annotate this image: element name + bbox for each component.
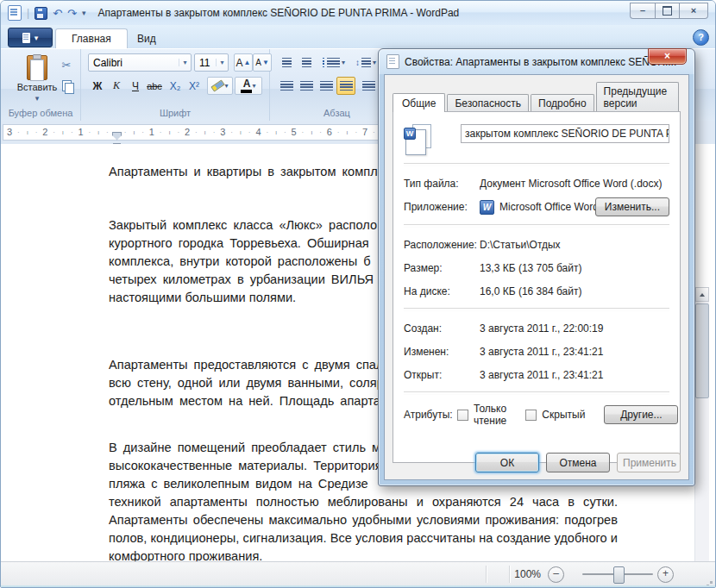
paragraph-extra-button[interactable] (359, 77, 378, 95)
window-title: Апартаменты в закрытом комплекс SEÑORIO … (92, 7, 630, 19)
ruler-tick: · (298, 125, 307, 140)
undo-button[interactable]: ↶ (53, 8, 62, 19)
hidden-checkbox[interactable] (525, 410, 537, 421)
cancel-button[interactable]: Отмена (546, 453, 610, 472)
align-left-button[interactable] (277, 77, 296, 95)
italic-button[interactable]: К (107, 77, 126, 95)
attributes-row: Атрибуты: Только чтение Скрытый Другие..… (404, 403, 669, 427)
justify-icon (340, 81, 353, 91)
hidden-label: Скрытый (542, 409, 585, 421)
save-button[interactable] (35, 7, 47, 20)
paragraph-extra-icon (362, 81, 375, 91)
ruler-tick: · (32, 125, 41, 140)
shrink-font-arrow: ▼ (262, 59, 269, 66)
strikethrough-button[interactable]: abc (145, 77, 164, 95)
dialog-document-icon (386, 54, 399, 69)
ok-button[interactable]: ОК (475, 453, 539, 472)
line-spacing-button[interactable]: ↕ ▾ (351, 53, 380, 72)
ruler-number: 1 (148, 125, 156, 140)
redo-button[interactable]: ↷ (67, 8, 77, 19)
property-label: Изменен: (404, 346, 480, 358)
font-family-combobox[interactable]: Calibri ▾ (88, 53, 192, 72)
property-value: 3 августа 2011 г., 23:41:21 (480, 346, 669, 358)
dialog-tabs: ОбщиеБезопасностьПодробноПредыдущие верс… (385, 75, 688, 111)
dialog-tab-подробно[interactable]: Подробно (531, 94, 594, 111)
property-text: Microsoft Office Word (499, 201, 595, 213)
bullets-icon (327, 58, 340, 67)
paste-label: Вставить (17, 82, 58, 92)
zoom-slider-thumb[interactable] (613, 566, 625, 584)
tab-home[interactable]: Главная (55, 28, 128, 50)
scrollbar-thumb[interactable] (695, 303, 709, 398)
customize-qat-dropdown[interactable]: ▾ (82, 9, 86, 17)
highlight-button[interactable]: ▾ (207, 77, 233, 95)
font-size-combobox[interactable]: 11 ▾ (194, 53, 229, 72)
resize-grip[interactable] (710, 581, 713, 584)
bold-button[interactable]: Ж (88, 77, 107, 95)
text-line: полов, кондиционеры, сигнализация. Все у… (109, 529, 618, 547)
property-value: D:\Статьи\Отдых (480, 239, 669, 251)
help-icon[interactable]: ? (693, 29, 709, 46)
dialog-close-button[interactable]: × (648, 48, 687, 65)
ruler-tick: · (67, 125, 76, 140)
ruler-tick: · (192, 125, 200, 140)
copy-button[interactable] (55, 75, 78, 96)
vertical-scrollbar[interactable] (694, 287, 709, 588)
ruler-tick: · (369, 125, 378, 140)
dialog-tab-безопасность[interactable]: Безопасность (447, 94, 529, 111)
text-line: Апартаменты обеспечены максимально удобн… (109, 511, 618, 529)
shrink-font-button[interactable]: A▼ (253, 53, 272, 72)
ruler-tick: · (138, 125, 147, 140)
window-controls: – × (630, 3, 708, 19)
paste-button[interactable]: Вставить ▾ (13, 53, 61, 108)
font-group: Calibri ▾ 11 ▾ A▲ A▼ Ж К Ч abc X₂ X² ▾ (81, 49, 270, 121)
paste-icon (27, 55, 47, 80)
zoom-out-button[interactable]: – (548, 566, 564, 583)
decrease-indent-button[interactable] (277, 53, 296, 72)
tab-view[interactable]: Вид (122, 29, 172, 48)
ruler-tick: ı (165, 125, 173, 140)
dialog-title: Свойства: Апартаменты в закрытом комплек… (405, 56, 676, 68)
property-value: 3 августа 2011 г., 23:41:21 (480, 369, 669, 381)
filename-input[interactable]: закрытом комплекс SEÑORIO DE PUNTA PRIMA (461, 124, 669, 143)
status-bar: 100% – + (1, 561, 715, 586)
underline-button[interactable]: Ч (126, 77, 145, 95)
word-document-icon: W (405, 124, 431, 155)
ruler-number: 4 (254, 125, 262, 140)
superscript-button[interactable]: X² (185, 77, 204, 95)
close-button[interactable]: × (680, 3, 708, 19)
readonly-checkbox[interactable] (457, 410, 468, 421)
decrease-indent-icon (282, 58, 292, 67)
increase-indent-button[interactable] (297, 53, 316, 72)
minimize-icon: – (640, 5, 645, 16)
cut-button[interactable]: ✂ (55, 54, 78, 75)
zoom-in-button[interactable]: + (657, 566, 674, 583)
separator (404, 224, 669, 228)
align-right-button[interactable] (317, 77, 336, 95)
dialog-tab-общие[interactable]: Общие (393, 93, 445, 112)
subscript-button[interactable]: X₂ (166, 77, 185, 95)
property-row: Тип файла:Документ Microsoft Office Word… (404, 174, 669, 192)
maximize-button[interactable] (655, 3, 680, 19)
minimize-button[interactable]: – (630, 3, 655, 19)
property-label: Открыт: (404, 369, 480, 381)
grow-font-icon: A (236, 57, 243, 69)
ruler-tick: ı (236, 125, 245, 140)
word-app-icon: W (480, 200, 494, 215)
dialog-tab-предыдущие версии[interactable]: Предыдущие версии (596, 82, 679, 111)
application-menu-button[interactable]: ▾ (8, 28, 53, 47)
ruler-tick: · (280, 125, 289, 140)
scroll-up-button[interactable] (695, 287, 709, 302)
readonly-label: Только чтение (474, 403, 506, 427)
align-center-button[interactable] (297, 77, 316, 95)
dialog-close-icon: × (664, 50, 670, 62)
apply-button[interactable]: Применить (617, 453, 681, 472)
font-color-button[interactable]: A ▾ (235, 77, 262, 95)
justify-button[interactable] (336, 77, 355, 95)
grow-font-button[interactable]: A▲ (234, 53, 253, 72)
other-attributes-button[interactable]: Другие... (604, 405, 678, 424)
ruler-tick: · (103, 125, 111, 140)
change-app-button[interactable]: Изменить... (595, 197, 669, 216)
property-sections: Тип файла:Документ Microsoft Office Word… (404, 174, 669, 395)
bullets-button[interactable]: ▾ (320, 53, 348, 72)
